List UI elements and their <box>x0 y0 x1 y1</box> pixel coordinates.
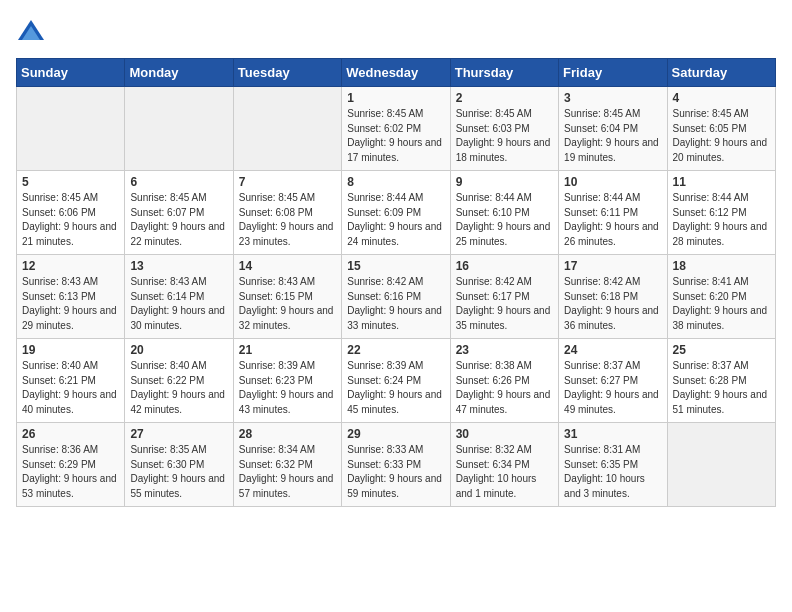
day-number: 15 <box>347 259 444 273</box>
calendar-week-row: 12Sunrise: 8:43 AM Sunset: 6:13 PM Dayli… <box>17 255 776 339</box>
day-info: Sunrise: 8:32 AM Sunset: 6:34 PM Dayligh… <box>456 443 553 501</box>
calendar-cell: 26Sunrise: 8:36 AM Sunset: 6:29 PM Dayli… <box>17 423 125 507</box>
day-info: Sunrise: 8:45 AM Sunset: 6:04 PM Dayligh… <box>564 107 661 165</box>
calendar-cell: 24Sunrise: 8:37 AM Sunset: 6:27 PM Dayli… <box>559 339 667 423</box>
day-number: 16 <box>456 259 553 273</box>
weekday-header: Wednesday <box>342 59 450 87</box>
day-number: 19 <box>22 343 119 357</box>
calendar-cell: 2Sunrise: 8:45 AM Sunset: 6:03 PM Daylig… <box>450 87 558 171</box>
calendar-cell: 4Sunrise: 8:45 AM Sunset: 6:05 PM Daylig… <box>667 87 775 171</box>
day-info: Sunrise: 8:38 AM Sunset: 6:26 PM Dayligh… <box>456 359 553 417</box>
day-info: Sunrise: 8:43 AM Sunset: 6:13 PM Dayligh… <box>22 275 119 333</box>
day-number: 28 <box>239 427 336 441</box>
calendar-cell: 10Sunrise: 8:44 AM Sunset: 6:11 PM Dayli… <box>559 171 667 255</box>
day-info: Sunrise: 8:44 AM Sunset: 6:09 PM Dayligh… <box>347 191 444 249</box>
calendar-cell: 7Sunrise: 8:45 AM Sunset: 6:08 PM Daylig… <box>233 171 341 255</box>
calendar-cell: 28Sunrise: 8:34 AM Sunset: 6:32 PM Dayli… <box>233 423 341 507</box>
calendar-cell <box>667 423 775 507</box>
calendar-cell: 6Sunrise: 8:45 AM Sunset: 6:07 PM Daylig… <box>125 171 233 255</box>
weekday-header: Sunday <box>17 59 125 87</box>
day-info: Sunrise: 8:45 AM Sunset: 6:08 PM Dayligh… <box>239 191 336 249</box>
day-info: Sunrise: 8:40 AM Sunset: 6:21 PM Dayligh… <box>22 359 119 417</box>
calendar-cell: 8Sunrise: 8:44 AM Sunset: 6:09 PM Daylig… <box>342 171 450 255</box>
calendar-cell: 31Sunrise: 8:31 AM Sunset: 6:35 PM Dayli… <box>559 423 667 507</box>
calendar-cell: 15Sunrise: 8:42 AM Sunset: 6:16 PM Dayli… <box>342 255 450 339</box>
calendar-cell: 30Sunrise: 8:32 AM Sunset: 6:34 PM Dayli… <box>450 423 558 507</box>
calendar-cell: 12Sunrise: 8:43 AM Sunset: 6:13 PM Dayli… <box>17 255 125 339</box>
day-number: 20 <box>130 343 227 357</box>
day-number: 18 <box>673 259 770 273</box>
calendar-cell: 20Sunrise: 8:40 AM Sunset: 6:22 PM Dayli… <box>125 339 233 423</box>
calendar-cell <box>233 87 341 171</box>
day-info: Sunrise: 8:39 AM Sunset: 6:24 PM Dayligh… <box>347 359 444 417</box>
calendar-cell: 13Sunrise: 8:43 AM Sunset: 6:14 PM Dayli… <box>125 255 233 339</box>
day-info: Sunrise: 8:34 AM Sunset: 6:32 PM Dayligh… <box>239 443 336 501</box>
weekday-header-row: SundayMondayTuesdayWednesdayThursdayFrid… <box>17 59 776 87</box>
day-number: 4 <box>673 91 770 105</box>
day-info: Sunrise: 8:45 AM Sunset: 6:06 PM Dayligh… <box>22 191 119 249</box>
day-number: 9 <box>456 175 553 189</box>
day-number: 26 <box>22 427 119 441</box>
calendar-table: SundayMondayTuesdayWednesdayThursdayFrid… <box>16 58 776 507</box>
day-info: Sunrise: 8:36 AM Sunset: 6:29 PM Dayligh… <box>22 443 119 501</box>
day-info: Sunrise: 8:37 AM Sunset: 6:27 PM Dayligh… <box>564 359 661 417</box>
day-info: Sunrise: 8:45 AM Sunset: 6:02 PM Dayligh… <box>347 107 444 165</box>
calendar-cell <box>17 87 125 171</box>
day-info: Sunrise: 8:42 AM Sunset: 6:16 PM Dayligh… <box>347 275 444 333</box>
calendar-cell: 22Sunrise: 8:39 AM Sunset: 6:24 PM Dayli… <box>342 339 450 423</box>
calendar-cell: 5Sunrise: 8:45 AM Sunset: 6:06 PM Daylig… <box>17 171 125 255</box>
day-info: Sunrise: 8:41 AM Sunset: 6:20 PM Dayligh… <box>673 275 770 333</box>
day-number: 2 <box>456 91 553 105</box>
weekday-header: Thursday <box>450 59 558 87</box>
day-info: Sunrise: 8:45 AM Sunset: 6:03 PM Dayligh… <box>456 107 553 165</box>
calendar-week-row: 19Sunrise: 8:40 AM Sunset: 6:21 PM Dayli… <box>17 339 776 423</box>
calendar-week-row: 5Sunrise: 8:45 AM Sunset: 6:06 PM Daylig… <box>17 171 776 255</box>
calendar-cell: 1Sunrise: 8:45 AM Sunset: 6:02 PM Daylig… <box>342 87 450 171</box>
day-info: Sunrise: 8:43 AM Sunset: 6:14 PM Dayligh… <box>130 275 227 333</box>
calendar-cell: 3Sunrise: 8:45 AM Sunset: 6:04 PM Daylig… <box>559 87 667 171</box>
day-number: 31 <box>564 427 661 441</box>
day-info: Sunrise: 8:44 AM Sunset: 6:12 PM Dayligh… <box>673 191 770 249</box>
day-number: 13 <box>130 259 227 273</box>
day-info: Sunrise: 8:44 AM Sunset: 6:10 PM Dayligh… <box>456 191 553 249</box>
day-info: Sunrise: 8:33 AM Sunset: 6:33 PM Dayligh… <box>347 443 444 501</box>
day-info: Sunrise: 8:42 AM Sunset: 6:18 PM Dayligh… <box>564 275 661 333</box>
day-number: 8 <box>347 175 444 189</box>
calendar-cell: 17Sunrise: 8:42 AM Sunset: 6:18 PM Dayli… <box>559 255 667 339</box>
calendar-cell: 19Sunrise: 8:40 AM Sunset: 6:21 PM Dayli… <box>17 339 125 423</box>
day-number: 21 <box>239 343 336 357</box>
calendar-cell: 29Sunrise: 8:33 AM Sunset: 6:33 PM Dayli… <box>342 423 450 507</box>
calendar-cell: 14Sunrise: 8:43 AM Sunset: 6:15 PM Dayli… <box>233 255 341 339</box>
day-number: 30 <box>456 427 553 441</box>
day-info: Sunrise: 8:45 AM Sunset: 6:07 PM Dayligh… <box>130 191 227 249</box>
day-number: 10 <box>564 175 661 189</box>
day-number: 3 <box>564 91 661 105</box>
calendar-week-row: 26Sunrise: 8:36 AM Sunset: 6:29 PM Dayli… <box>17 423 776 507</box>
day-info: Sunrise: 8:44 AM Sunset: 6:11 PM Dayligh… <box>564 191 661 249</box>
day-info: Sunrise: 8:31 AM Sunset: 6:35 PM Dayligh… <box>564 443 661 501</box>
day-info: Sunrise: 8:45 AM Sunset: 6:05 PM Dayligh… <box>673 107 770 165</box>
weekday-header: Saturday <box>667 59 775 87</box>
page-header <box>16 16 776 46</box>
day-number: 5 <box>22 175 119 189</box>
calendar-cell: 11Sunrise: 8:44 AM Sunset: 6:12 PM Dayli… <box>667 171 775 255</box>
day-number: 14 <box>239 259 336 273</box>
day-number: 27 <box>130 427 227 441</box>
day-info: Sunrise: 8:37 AM Sunset: 6:28 PM Dayligh… <box>673 359 770 417</box>
calendar-cell <box>125 87 233 171</box>
day-info: Sunrise: 8:43 AM Sunset: 6:15 PM Dayligh… <box>239 275 336 333</box>
day-number: 24 <box>564 343 661 357</box>
calendar-week-row: 1Sunrise: 8:45 AM Sunset: 6:02 PM Daylig… <box>17 87 776 171</box>
day-info: Sunrise: 8:40 AM Sunset: 6:22 PM Dayligh… <box>130 359 227 417</box>
day-number: 29 <box>347 427 444 441</box>
day-number: 23 <box>456 343 553 357</box>
day-number: 17 <box>564 259 661 273</box>
day-number: 25 <box>673 343 770 357</box>
weekday-header: Monday <box>125 59 233 87</box>
calendar-cell: 21Sunrise: 8:39 AM Sunset: 6:23 PM Dayli… <box>233 339 341 423</box>
day-number: 11 <box>673 175 770 189</box>
weekday-header: Friday <box>559 59 667 87</box>
day-number: 1 <box>347 91 444 105</box>
logo <box>16 16 50 46</box>
calendar-cell: 23Sunrise: 8:38 AM Sunset: 6:26 PM Dayli… <box>450 339 558 423</box>
